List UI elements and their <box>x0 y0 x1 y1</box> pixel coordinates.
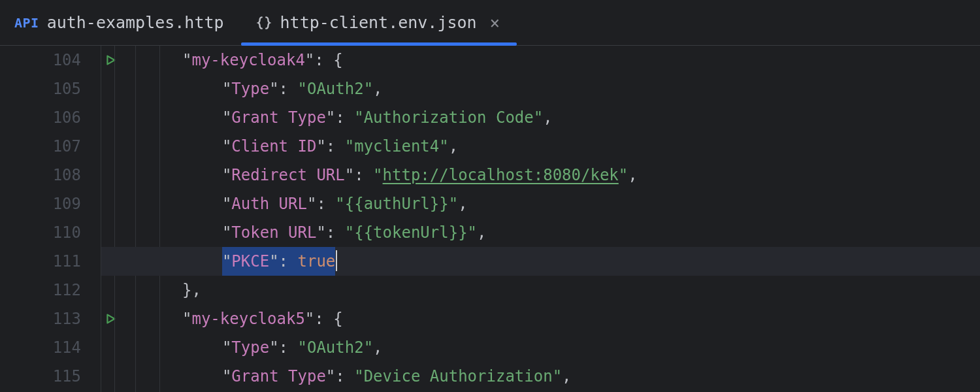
code-line[interactable]: "Token URL": "{{tokenUrl}}", <box>182 218 980 247</box>
tab-bar: API auth-examples.http http-client.env.j… <box>0 0 980 46</box>
line-number: 114 <box>0 333 81 362</box>
line-number: 112 <box>0 276 81 304</box>
line-number: 108 <box>0 161 81 189</box>
code-line[interactable]: "Type": "OAuth2", <box>182 333 980 362</box>
code-line[interactable]: "Grant Type": "Device Authorization", <box>182 362 980 391</box>
line-number: 110 <box>0 218 81 247</box>
code-line[interactable]: "Client ID": "myclient4", <box>182 132 980 161</box>
close-icon[interactable]: × <box>490 14 500 31</box>
json-file-icon <box>255 14 272 31</box>
code-area[interactable]: "my-keycloak4": { "Type": "OAuth2", "Gra… <box>160 46 980 392</box>
line-number-gutter: 104105106107108109110111💡112113114115 <box>0 46 101 392</box>
tab-auth-examples[interactable]: API auth-examples.http <box>0 0 241 45</box>
api-file-icon: API <box>14 15 39 31</box>
code-line[interactable]: "Grant Type": "Authorization Code", <box>182 103 980 132</box>
tab-label: http-client.env.json <box>280 13 477 32</box>
code-line[interactable]: "my-keycloak4": { <box>182 46 980 74</box>
fold-gutter <box>101 46 160 392</box>
code-line[interactable]: "Type": "OAuth2", <box>182 74 980 103</box>
tab-http-client-env[interactable]: http-client.env.json × <box>241 0 517 45</box>
code-line[interactable]: }, <box>182 276 980 304</box>
text-caret <box>336 250 337 271</box>
code-line[interactable]: "Auth URL": "{{authUrl}}", <box>182 189 980 218</box>
line-number: 109 <box>0 189 81 218</box>
code-line[interactable]: "my-keycloak5": { <box>182 304 980 333</box>
line-number: 115 <box>0 362 81 391</box>
line-number: 111💡 <box>0 247 81 276</box>
code-editor[interactable]: 104105106107108109110111💡112113114115 "m… <box>0 46 980 392</box>
line-number: 104 <box>0 46 81 74</box>
line-number: 107 <box>0 132 81 161</box>
line-number: 106 <box>0 103 81 132</box>
tab-label: auth-examples.http <box>47 13 224 32</box>
line-number: 105 <box>0 74 81 103</box>
code-line[interactable]: "Redirect URL": "http://localhost:8080/k… <box>182 161 980 189</box>
line-number: 113 <box>0 304 81 333</box>
code-line[interactable]: "PKCE": true <box>182 247 980 276</box>
